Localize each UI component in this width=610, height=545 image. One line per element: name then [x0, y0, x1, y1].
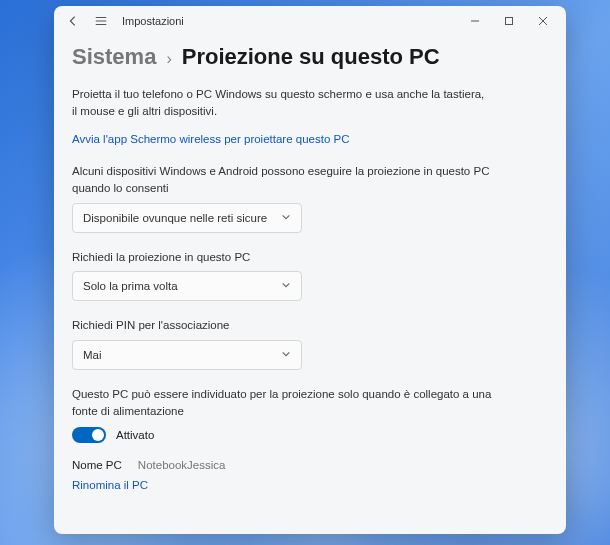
ask-select[interactable]: Solo la prima volta	[72, 271, 302, 301]
availability-label: Alcuni dispositivi Windows e Android pos…	[72, 163, 492, 196]
breadcrumb: Sistema › Proiezione su questo PC	[72, 44, 540, 70]
availability-select[interactable]: Disponibile ovunque nelle reti sicure	[72, 203, 302, 233]
pcname-label: Nome PC	[72, 459, 122, 471]
discover-label: Questo PC può essere individuato per la …	[72, 386, 492, 419]
ask-value: Solo la prima volta	[83, 280, 178, 292]
chevron-down-icon	[281, 349, 291, 361]
close-button[interactable]	[526, 7, 560, 35]
ask-label: Richiedi la proiezione in questo PC	[72, 249, 492, 266]
rename-pc-link[interactable]: Rinomina il PC	[72, 479, 148, 491]
chevron-down-icon	[281, 280, 291, 292]
pcname-value: NotebookJessica	[138, 459, 226, 471]
minimize-button[interactable]	[458, 7, 492, 35]
content-area: Sistema › Proiezione su questo PC Proiet…	[54, 36, 566, 534]
window-title: Impostazioni	[122, 15, 184, 27]
titlebar: Impostazioni	[54, 6, 566, 36]
back-icon[interactable]	[66, 14, 80, 28]
chevron-down-icon	[281, 212, 291, 224]
pin-select[interactable]: Mai	[72, 340, 302, 370]
launch-wireless-display-link[interactable]: Avvia l'app Schermo wireless per proiett…	[72, 133, 349, 145]
pin-value: Mai	[83, 349, 102, 361]
chevron-right-icon: ›	[166, 50, 171, 68]
maximize-button[interactable]	[492, 7, 526, 35]
discover-toggle[interactable]	[72, 427, 106, 443]
breadcrumb-root[interactable]: Sistema	[72, 44, 156, 70]
intro-text: Proietta il tuo telefono o PC Windows su…	[72, 86, 492, 119]
menu-icon[interactable]	[94, 14, 108, 28]
page-title: Proiezione su questo PC	[182, 44, 440, 70]
svg-rect-0	[506, 18, 513, 25]
settings-window: Impostazioni Sistema › Proiezione su que…	[54, 6, 566, 534]
availability-value: Disponibile ovunque nelle reti sicure	[83, 212, 267, 224]
discover-toggle-state: Attivato	[116, 429, 154, 441]
pin-label: Richiedi PIN per l'associazione	[72, 317, 492, 334]
